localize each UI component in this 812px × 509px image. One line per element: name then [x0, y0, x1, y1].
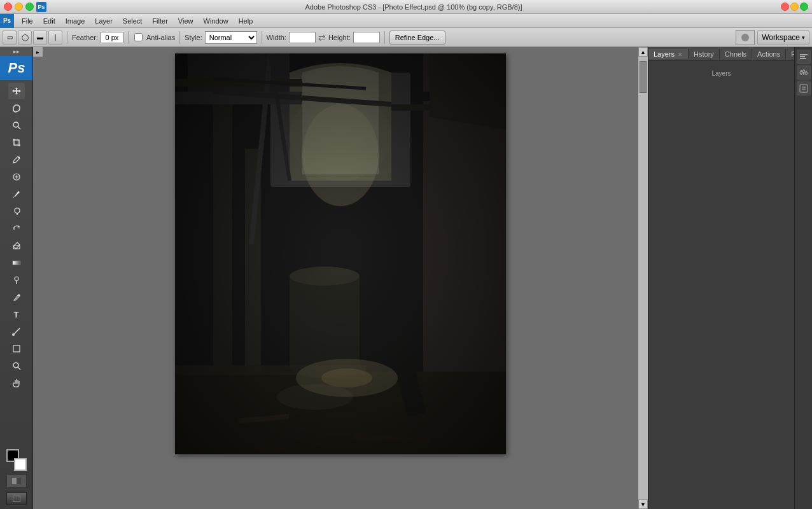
gradient-tool[interactable] — [8, 254, 25, 271]
workspace-dropdown[interactable]: Workspace ▾ — [757, 30, 809, 45]
menu-image[interactable]: Image — [60, 16, 90, 26]
history-brush-tool[interactable] — [8, 220, 25, 237]
adjustments-icon[interactable] — [797, 66, 811, 80]
svg-point-10 — [15, 277, 18, 281]
svg-point-13 — [12, 333, 15, 336]
height-input[interactable] — [353, 32, 380, 43]
close-btn[interactable] — [4, 3, 12, 11]
svg-point-58 — [800, 71, 802, 74]
maximize-btn[interactable] — [25, 3, 34, 11]
vertical-scrollbar: ▲ ▼ — [638, 47, 648, 509]
color-swatches — [5, 449, 28, 471]
menu-view[interactable]: View — [173, 16, 199, 26]
eraser-tool[interactable] — [8, 237, 25, 254]
svg-line-2 — [18, 127, 20, 129]
scroll-corner: ▸ — [33, 47, 43, 57]
canvas-wrapper — [175, 53, 506, 454]
marquee-single-btn[interactable]: ▬ — [33, 31, 47, 45]
pen-tool[interactable] — [8, 289, 25, 305]
scroll-down-arrow[interactable]: ▼ — [638, 499, 648, 509]
app-close-btn[interactable] — [781, 3, 789, 11]
screen-mode-btn[interactable] — [6, 492, 27, 505]
shape-tool[interactable] — [8, 340, 25, 357]
toolbar-sep-2 — [128, 31, 129, 44]
info-icon[interactable] — [797, 81, 811, 95]
properties-icon[interactable] — [797, 50, 811, 64]
svg-point-59 — [802, 70, 805, 73]
menu-filter[interactable]: Filter — [147, 16, 172, 26]
minimize-btn[interactable] — [15, 3, 23, 11]
left-panel: ▸▸ Ps — [0, 47, 33, 509]
hand-tool[interactable] — [8, 375, 25, 391]
main-area: ▸▸ Ps — [0, 47, 812, 509]
menu-bar: Ps File Edit Image Layer Select Filter V… — [0, 14, 812, 28]
app-maximize-btn[interactable] — [800, 3, 808, 11]
path-selection-tool[interactable] — [8, 323, 25, 340]
svg-line-16 — [18, 367, 20, 370]
quick-mask-btn[interactable] — [6, 475, 27, 487]
panel-arrows-icon: ▸▸ — [13, 48, 20, 55]
toolbar-sep-5 — [384, 31, 385, 44]
svg-point-3 — [18, 157, 20, 158]
actions-tab[interactable]: Actions — [752, 49, 786, 59]
paths-tab[interactable]: Paths — [786, 49, 794, 59]
eyedropper-icon[interactable] — [736, 30, 755, 45]
svg-point-60 — [805, 72, 808, 74]
menu-select[interactable]: Select — [118, 16, 148, 26]
layers-close-icon[interactable]: ✕ — [678, 52, 683, 58]
dodge-tool[interactable] — [8, 272, 25, 288]
healing-brush-tool[interactable] — [8, 169, 25, 185]
swap-icon[interactable]: ⇄ — [318, 32, 326, 43]
menu-edit[interactable]: Edit — [38, 16, 60, 26]
workspace-label: Workspace — [762, 33, 800, 42]
svg-rect-54 — [800, 58, 806, 59]
width-label: Width: — [267, 34, 286, 41]
crop-tool[interactable] — [8, 134, 25, 151]
workspace-chevron-icon: ▾ — [802, 34, 805, 41]
feather-label: Feather: — [72, 34, 98, 41]
far-right-panel — [794, 47, 812, 509]
svg-rect-14 — [13, 345, 20, 352]
anti-alias-checkbox[interactable] — [134, 33, 143, 41]
feather-input[interactable] — [101, 32, 123, 43]
marquee-rect-btn[interactable]: ▭ — [3, 31, 17, 45]
move-tool[interactable] — [8, 83, 25, 99]
style-select[interactable]: Normal Fixed Ratio Fixed Size — [205, 31, 257, 44]
scroll-up-arrow[interactable]: ▲ — [638, 47, 648, 57]
channels-tab[interactable]: Chnels — [720, 49, 752, 59]
width-input[interactable] — [289, 32, 316, 43]
app-minimize-btn[interactable] — [790, 3, 799, 11]
lasso-tool[interactable] — [8, 100, 25, 116]
menu-help[interactable]: Help — [234, 16, 258, 26]
panel-tabs: Layers ✕ Hstory Chnels Actions Paths ─ ✕ — [648, 47, 794, 61]
menu-layer[interactable]: Layer — [90, 16, 118, 26]
clone-stamp-tool[interactable] — [8, 203, 25, 220]
svg-rect-53 — [800, 56, 805, 57]
layers-tab[interactable]: Layers ✕ — [648, 49, 689, 59]
selection-tools-group: ▭ ◯ ▬ | — [3, 31, 62, 45]
svg-rect-17 — [12, 478, 17, 484]
zoom-tool[interactable] — [8, 358, 25, 374]
scroll-thumb-v[interactable] — [640, 61, 647, 93]
menu-file[interactable]: File — [17, 16, 38, 26]
svg-rect-19 — [13, 496, 20, 502]
canvas-area: ▸ — [33, 47, 648, 509]
marquee-col-btn[interactable]: | — [48, 31, 62, 45]
panel-collapse-btn[interactable]: ▸▸ — [0, 47, 32, 56]
ps-home-button[interactable]: Ps — [0, 56, 33, 80]
quick-select-tool[interactable] — [8, 117, 25, 134]
ps-logo-small: Ps — [36, 2, 46, 12]
menu-window[interactable]: Window — [199, 16, 234, 26]
svg-rect-9 — [13, 261, 20, 265]
ps-logo-icon: Ps — [8, 60, 25, 76]
type-tool[interactable]: T — [8, 306, 25, 323]
background-color[interactable] — [14, 458, 27, 471]
eyedropper-tool[interactable] — [8, 151, 25, 168]
right-panels: Layers ✕ Hstory Chnels Actions Paths ─ ✕… — [648, 47, 794, 509]
panel-content: Layers — [648, 61, 794, 509]
svg-rect-52 — [800, 54, 808, 55]
history-tab[interactable]: Hstory — [689, 49, 720, 59]
marquee-circle-btn[interactable]: ◯ — [18, 31, 32, 45]
brush-tool[interactable] — [8, 186, 25, 202]
refine-edge-button[interactable]: Refine Edge... — [389, 31, 445, 45]
